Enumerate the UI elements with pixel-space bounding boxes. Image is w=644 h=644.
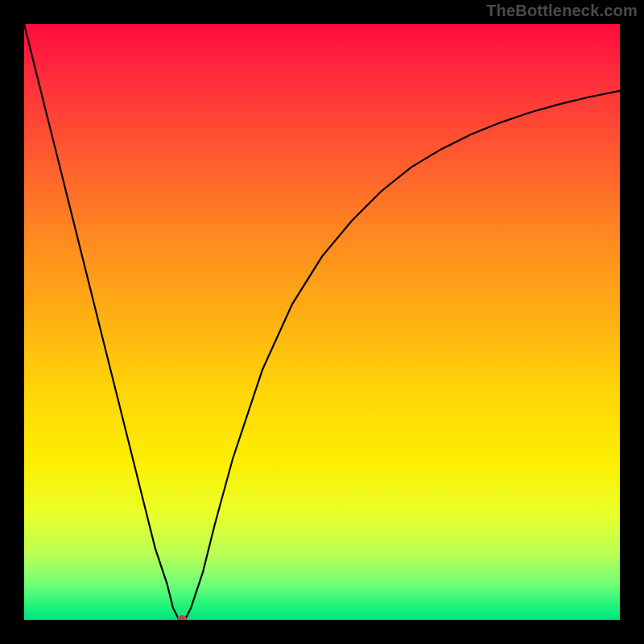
chart-frame: TheBottleneck.com — [0, 0, 644, 644]
bottleneck-curve — [24, 24, 620, 620]
curve-layer — [24, 24, 620, 620]
watermark-text: TheBottleneck.com — [486, 2, 638, 20]
plot-area — [24, 24, 620, 620]
minimum-marker — [177, 615, 187, 620]
